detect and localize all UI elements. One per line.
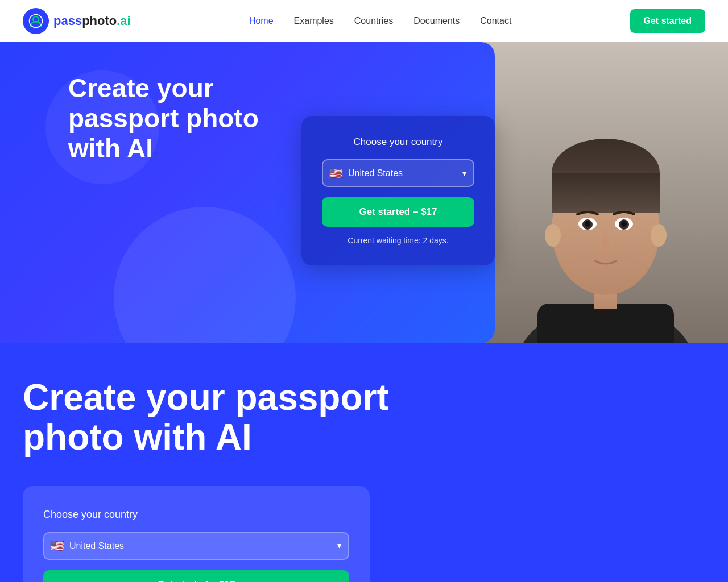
logo[interactable]: passphoto.ai [23,8,131,34]
hero-headline: Create your passport photo with AI [68,73,284,164]
waiting-time-text: Current waiting time: 2 days. [322,236,474,245]
lower-headline: Create your passport photo with AI [23,377,455,458]
get-started-button[interactable]: Get started – $17 [322,197,474,227]
lower-section: Create your passport photo with AI Choos… [0,343,728,582]
lower-form-card: Choose your country 🇺🇸 United States Uni… [23,486,370,582]
svg-rect-4 [537,304,674,343]
hero-content: Create your passport photo with AI [68,73,284,164]
hero-form-title: Choose your country [322,136,474,148]
nav-links: Home Examples Countries Documents Contac… [249,16,511,26]
svg-point-13 [585,221,590,227]
lower-get-started-button[interactable]: Get started – $17 [43,570,349,582]
hero-photo [483,42,728,343]
nav-documents[interactable]: Documents [413,16,460,26]
logo-text: passphoto.ai [53,14,131,28]
hero-section: Create your passport photo with AI Choos… [0,42,728,343]
country-select[interactable]: United States United Kingdom Canada Aust… [322,159,474,187]
lower-form-title: Choose your country [43,509,349,521]
lower-country-select-wrapper: 🇺🇸 United States United Kingdom Canada A… [43,532,349,560]
svg-point-17 [651,224,667,247]
svg-point-15 [574,252,637,275]
person-image [483,42,728,343]
hero-form-card: Choose your country 🇺🇸 United States Uni… [301,116,495,265]
svg-point-16 [545,224,561,247]
nav-contact[interactable]: Contact [480,16,511,26]
svg-point-14 [621,221,627,227]
nav-countries[interactable]: Countries [354,16,393,26]
logo-icon [23,8,49,34]
svg-rect-8 [552,173,660,213]
nav-examples[interactable]: Examples [294,16,334,26]
nav-home[interactable]: Home [249,16,274,26]
country-select-wrapper: 🇺🇸 United States United Kingdom Canada A… [322,159,474,187]
lower-country-select[interactable]: United States United Kingdom Canada Aust… [43,532,349,560]
navbar: passphoto.ai Home Examples Countries Doc… [0,0,728,42]
nav-get-started-button[interactable]: Get started [630,9,705,33]
